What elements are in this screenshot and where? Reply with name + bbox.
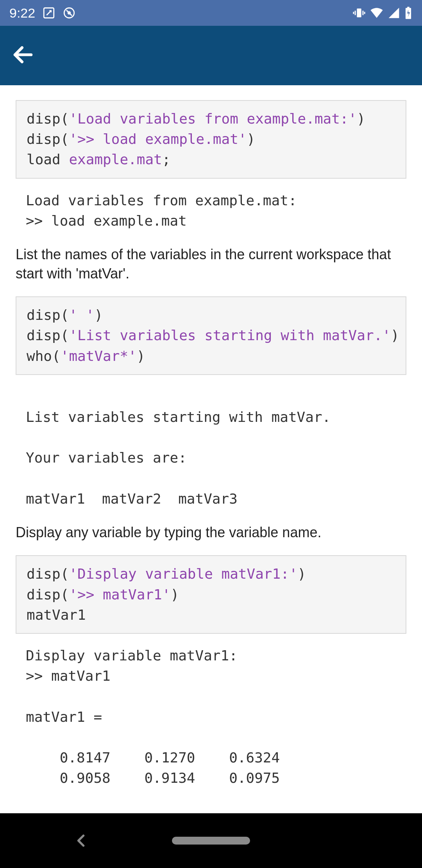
code-token: disp( — [27, 586, 69, 603]
code-token: ) — [247, 131, 256, 147]
code-token: ; — [162, 151, 171, 167]
code-string: 'List variables starting with matVar.' — [69, 327, 391, 343]
svg-rect-9 — [407, 7, 409, 8]
content-scroll[interactable]: disp('Load variables from example.mat:')… — [0, 85, 422, 795]
status-left: 9:22 — [9, 5, 76, 21]
code-string: 'Display variable matVar1:' — [69, 566, 297, 582]
status-right — [352, 6, 413, 20]
code-token: ) — [391, 327, 399, 343]
code-string: example.mat — [69, 151, 162, 167]
code-token: disp( — [27, 566, 69, 582]
code-block-2: disp(' ') disp('List variables starting … — [16, 296, 406, 375]
code-block-1: disp('Load variables from example.mat:')… — [16, 100, 406, 179]
output-block-2: List variables starting with matVar. You… — [16, 387, 406, 516]
status-time: 9:22 — [9, 5, 35, 21]
code-token: disp( — [27, 131, 69, 147]
code-token: ) — [357, 111, 365, 127]
code-token: ) — [298, 566, 306, 582]
code-string: '>> load example.mat' — [69, 131, 247, 147]
code-block-3: disp('Display variable matVar1:') disp('… — [16, 555, 406, 634]
code-token: disp( — [27, 111, 69, 127]
back-button[interactable] — [11, 43, 35, 68]
code-string: 'Load variables from example.mat:' — [69, 111, 357, 127]
app-icon-2 — [63, 6, 76, 20]
svg-point-2 — [68, 11, 71, 15]
paragraph-2: Display any variable by typing the varia… — [16, 516, 406, 556]
code-string: '>> matVar1' — [69, 586, 170, 603]
code-token: ) — [170, 586, 179, 603]
code-token: who( — [27, 348, 61, 364]
svg-rect-4 — [355, 11, 356, 15]
nav-home-pill[interactable] — [172, 837, 250, 845]
code-token: matVar1 — [27, 607, 86, 623]
vibrate-icon — [352, 6, 366, 20]
svg-rect-6 — [353, 12, 354, 14]
code-token: ) — [137, 348, 145, 364]
output-block-3: Display variable matVar1: >> matVar1 mat… — [16, 646, 406, 795]
svg-rect-3 — [357, 9, 361, 18]
svg-rect-7 — [364, 12, 365, 14]
app-icon-1 — [42, 6, 55, 20]
svg-rect-5 — [363, 11, 364, 15]
system-nav-bar — [0, 813, 422, 868]
wifi-icon — [370, 6, 384, 20]
code-string: ' ' — [69, 307, 94, 323]
code-token: disp( — [27, 307, 69, 323]
output-block-1: Load variables from example.mat: >> load… — [16, 190, 406, 238]
code-token: disp( — [27, 327, 69, 343]
app-bar — [0, 26, 422, 85]
battery-icon — [404, 6, 413, 20]
status-bar: 9:22 — [0, 0, 422, 26]
nav-back-button[interactable] — [73, 832, 90, 849]
code-string: 'matVar*' — [61, 348, 137, 364]
signal-icon — [388, 7, 400, 19]
paragraph-1: List the names of the variables in the c… — [16, 238, 406, 296]
code-token: ) — [94, 307, 103, 323]
code-token: load — [27, 151, 69, 167]
